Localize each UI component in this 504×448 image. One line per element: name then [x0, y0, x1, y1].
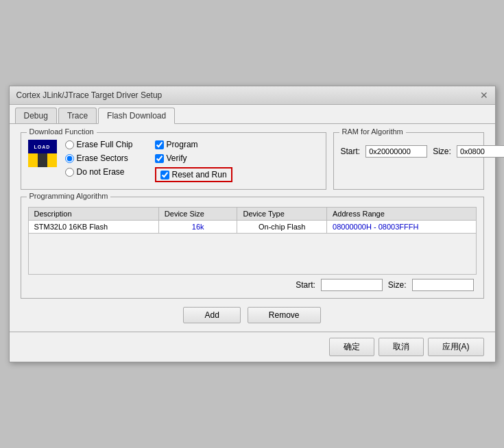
apply-button[interactable]: 应用(A) — [428, 338, 484, 356]
ok-button[interactable]: 确定 — [329, 338, 374, 356]
cell-device-size: 16k — [158, 221, 237, 234]
ram-algorithm-group: RAM for Algorithm Start: Size: — [333, 132, 484, 190]
verify-checkbox[interactable] — [155, 154, 164, 163]
bottom-size-label: Size: — [388, 280, 407, 290]
reset-run-checkbox[interactable] — [160, 171, 169, 179]
col-address-range: Address Range — [327, 208, 476, 221]
program-label: Program — [167, 140, 198, 149]
verify-option: Verify — [155, 153, 232, 163]
empty-row — [28, 234, 476, 275]
cancel-button[interactable]: 取消 — [379, 338, 424, 356]
download-function-content: LOAD Erase Full Chip — [28, 140, 319, 182]
tab-debug[interactable]: Debug — [15, 108, 57, 123]
bottom-start-input[interactable] — [321, 279, 383, 291]
col-device-type: Device Type — [237, 208, 327, 221]
check-options: Program Verify Reset and Run — [155, 140, 232, 182]
erase-full-radio[interactable] — [65, 140, 74, 149]
reset-run-label: Reset and Run — [172, 170, 227, 179]
tab-flash-download[interactable]: Flash Download — [98, 108, 175, 124]
programming-algorithm-label: Programming Algorithm — [27, 192, 111, 200]
verify-label: Verify — [167, 153, 187, 163]
erase-sectors-label: Erase Sectors — [77, 153, 128, 163]
close-button[interactable]: ✕ — [480, 90, 488, 100]
cell-device-type: On-chip Flash — [237, 221, 327, 234]
start-label: Start: — [341, 147, 361, 156]
algorithm-table: Description Device Size Device Type Addr… — [28, 207, 477, 275]
cell-address-range: 08000000H - 08003FFFH — [327, 221, 476, 234]
load-icon: LOAD — [28, 140, 57, 169]
table-header-row: Description Device Size Device Type Addr… — [28, 208, 476, 221]
start-input[interactable] — [365, 145, 427, 158]
size-input[interactable] — [457, 145, 504, 158]
do-not-erase-radio[interactable] — [65, 168, 74, 177]
programming-algorithm-group: Programming Algorithm Description Device… — [21, 197, 484, 299]
erase-options: Erase Full Chip Erase Sectors Do not Era… — [65, 140, 133, 177]
content-area: Download Function LOAD — [10, 124, 495, 332]
remove-button[interactable]: Remove — [248, 307, 321, 323]
add-button[interactable]: Add — [183, 307, 240, 323]
main-window: Cortex JLink/JTrace Target Driver Setup … — [9, 86, 496, 362]
size-label: Size: — [433, 147, 451, 156]
tab-bar: Debug Trace Flash Download — [10, 105, 495, 124]
bottom-start-label: Start: — [296, 280, 315, 290]
col-description: Description — [28, 208, 158, 221]
do-not-erase-option: Do not Erase — [65, 167, 133, 177]
ram-inputs: Start: Size: — [341, 145, 477, 158]
erase-sectors-option: Erase Sectors — [65, 153, 133, 163]
footer: 确定 取消 应用(A) — [10, 332, 495, 362]
table-row[interactable]: STM32L0 16KB Flash 16k On-chip Flash 080… — [28, 221, 476, 234]
ram-algorithm-label: RAM for Algorithm — [339, 127, 406, 136]
window-title: Cortex JLink/JTrace Target Driver Setup — [16, 90, 163, 100]
download-function-label: Download Function — [27, 127, 97, 136]
bottom-inputs: Start: Size: — [28, 279, 477, 291]
do-not-erase-label: Do not Erase — [77, 167, 125, 177]
title-bar: Cortex JLink/JTrace Target Driver Setup … — [10, 86, 495, 105]
cell-description: STM32L0 16KB Flash — [28, 221, 158, 234]
tab-trace[interactable]: Trace — [58, 108, 97, 123]
program-checkbox[interactable] — [155, 140, 164, 149]
erase-sectors-radio[interactable] — [65, 154, 74, 163]
erase-full-option: Erase Full Chip — [65, 140, 133, 149]
top-groups: Download Function LOAD — [21, 132, 484, 197]
col-device-size: Device Size — [158, 208, 237, 221]
program-option: Program — [155, 140, 232, 149]
action-buttons: Add Remove — [21, 307, 484, 323]
erase-full-label: Erase Full Chip — [77, 140, 133, 149]
download-function-group: Download Function LOAD — [21, 132, 326, 190]
reset-run-box: Reset and Run — [155, 167, 232, 182]
bottom-size-input[interactable] — [412, 279, 474, 291]
